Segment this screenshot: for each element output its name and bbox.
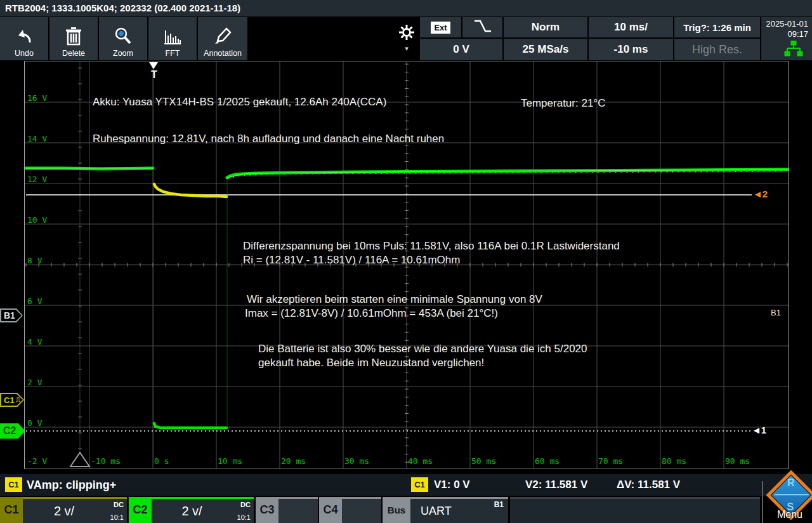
trigger-status-cell[interactable]: Trig?: 1:26 min bbox=[674, 17, 760, 37]
lan-network-icon bbox=[784, 41, 803, 59]
channel4-settings-panel[interactable] bbox=[342, 497, 381, 523]
acquisition-mode-value: High Res. bbox=[692, 43, 742, 56]
trigger-edge-cell[interactable] bbox=[462, 17, 502, 37]
trigger-source-badge: Ext bbox=[431, 22, 450, 34]
trigger-status-value: Trig?: 1:26 min bbox=[683, 22, 751, 33]
y-axis-label: 0 V bbox=[27, 418, 42, 428]
annotation-text: Ruhespannung: 12.81V, nach 8h aufladung … bbox=[93, 133, 444, 145]
falling-edge-icon bbox=[472, 18, 494, 37]
channel2-settings-panel[interactable]: 2 v/ DC 10:1 bbox=[152, 497, 254, 523]
annotation-text: Temperatur: 21°C bbox=[521, 97, 605, 110]
cursor2-marker[interactable]: ◄2 bbox=[753, 189, 768, 199]
header-bar: RTB2004; 1333.1005K04; 202332 (02.400 20… bbox=[0, 0, 812, 17]
measurement-bar: C1 VAmp: clipping+ C1 V1: 0 V V2: 11.581… bbox=[0, 474, 812, 496]
channel3-tab[interactable]: C3 bbox=[256, 497, 278, 523]
bus-settings-panel[interactable]: UART B1 bbox=[410, 497, 508, 523]
datetime-panel[interactable]: 2025-01-01 09:17 bbox=[761, 17, 812, 60]
channel2-scale: 2 v/ bbox=[152, 499, 232, 523]
x-axis-label: 70 ms bbox=[598, 456, 623, 466]
trigger-source-cell[interactable]: Ext bbox=[420, 17, 461, 37]
zoom-label: Zoom bbox=[113, 49, 133, 58]
channel1-coupling: DC bbox=[114, 501, 124, 508]
c2-waveform-marker[interactable]: C2 bbox=[0, 423, 25, 439]
cursor-v1-value: V1: 0 V bbox=[434, 479, 470, 491]
cursor-v2-value: V2: 11.581 V bbox=[525, 479, 587, 491]
annotation-text: Akku: Yuasa YTX14H-BS 1/2025 gekauft, 12… bbox=[93, 96, 386, 109]
bus-tab[interactable]: Bus bbox=[383, 497, 410, 523]
trigger-time-marker-icon[interactable] bbox=[149, 62, 158, 69]
trigger-level-cell[interactable]: 0 V bbox=[420, 39, 502, 60]
waveform-display: T 16 V 14 V 12 V 10 V 8 V 6 V 4 V 2 V 0 … bbox=[24, 61, 789, 469]
annotation-text: gekauft habe. Beide im Neuzustand vergli… bbox=[258, 357, 484, 369]
c1-marker-label: C1⎍ bbox=[1, 394, 23, 406]
annotation-text: Imax = (12.81V-8V) / 10.61mOhm = 453A (b… bbox=[245, 307, 498, 320]
channel2-probe: 10:1 bbox=[237, 513, 251, 521]
undo-button[interactable]: Undo bbox=[0, 17, 48, 60]
x-axis-label: 20 ms bbox=[281, 456, 306, 466]
y-axis-label: -2 V bbox=[27, 456, 47, 466]
annotation-text: Wir akzeptieren beim starten eine minima… bbox=[247, 293, 542, 306]
channel4-tab[interactable]: C4 bbox=[319, 497, 342, 523]
channel1-probe: 10:1 bbox=[110, 513, 124, 521]
timebase-cell[interactable]: 10 ms/ bbox=[589, 17, 673, 37]
b1-marker-label: B1 bbox=[1, 310, 22, 321]
empty-panel bbox=[510, 497, 760, 523]
y-axis-label: 16 V bbox=[27, 93, 47, 103]
horizontal-position-cell[interactable]: -10 ms bbox=[589, 39, 673, 60]
cursor-dv-value: ΔV: 11.581 V bbox=[617, 479, 680, 491]
trigger-level-value: 0 V bbox=[453, 43, 469, 56]
acquisition-mode-cell[interactable]: High Res. bbox=[674, 39, 760, 60]
y-axis-label: 14 V bbox=[27, 134, 47, 143]
oscilloscope-screen: RTB2004; 1333.1005K04; 202332 (02.400 20… bbox=[0, 0, 812, 523]
b1-right-label: B1 bbox=[771, 308, 781, 317]
horizontal-position-value: -10 ms bbox=[614, 43, 648, 56]
cursor1-marker[interactable]: ◄1 bbox=[752, 425, 766, 435]
c1-waveform-marker[interactable]: C1⎍ bbox=[0, 393, 24, 407]
y-axis-label: 12 V bbox=[27, 175, 47, 184]
bus-ref-label: B1 bbox=[494, 500, 504, 509]
undo-label: Undo bbox=[15, 49, 34, 58]
channel1-tab[interactable]: C1 bbox=[0, 497, 23, 523]
trigger-time-marker-label: T bbox=[151, 69, 157, 81]
time-value: 09:17 bbox=[787, 29, 808, 39]
fft-label: FFT bbox=[166, 49, 180, 58]
trigger-mode-cell[interactable]: Norm bbox=[504, 17, 587, 37]
date-value: 2025-01-01 bbox=[766, 19, 809, 29]
y-axis-label: 2 V bbox=[27, 378, 42, 387]
y-axis-label: 4 V bbox=[27, 337, 42, 347]
timebase-value: 10 ms/ bbox=[614, 21, 648, 34]
x-axis-label: 60 ms bbox=[535, 456, 560, 466]
x-axis-label: 90 ms bbox=[725, 456, 750, 466]
fft-button[interactable]: FFT bbox=[148, 17, 197, 60]
channel2-coupling: DC bbox=[240, 501, 251, 508]
x-axis-label: 50 ms bbox=[471, 456, 496, 466]
pencil-icon bbox=[213, 23, 232, 49]
channel2-tab[interactable]: C2 bbox=[129, 497, 152, 523]
annotation-button[interactable]: Annotation bbox=[198, 17, 247, 60]
c1-cursor-badge: C1 bbox=[411, 477, 428, 492]
gear-icon bbox=[398, 32, 415, 43]
b1-waveform-marker[interactable]: B1 bbox=[0, 308, 23, 322]
logo-slash bbox=[775, 494, 809, 495]
x-axis-label: 40 ms bbox=[408, 456, 433, 466]
x-axis-label: 10 ms bbox=[218, 456, 242, 466]
x-axis-label: 80 ms bbox=[662, 456, 686, 466]
settings-gear-button[interactable]: ▾ bbox=[395, 24, 419, 60]
sample-rate-cell[interactable]: 25 MSa/s bbox=[504, 39, 587, 60]
channel-bar: C1 2 v/ DC 10:1 C2 2 v/ DC 10:1 C3 C4 Bu… bbox=[0, 497, 812, 523]
bus-protocol: UART bbox=[421, 499, 452, 523]
delete-button[interactable]: Delete bbox=[49, 17, 98, 60]
undo-icon bbox=[15, 23, 34, 49]
c2-marker-label: C2 bbox=[3, 425, 16, 437]
x-axis-label: 30 ms bbox=[344, 456, 369, 466]
spectrum-icon bbox=[163, 23, 182, 49]
y-axis-label: 10 V bbox=[27, 215, 47, 225]
y-axis-label: 6 V bbox=[27, 296, 42, 306]
channel3-settings-panel[interactable] bbox=[278, 497, 318, 523]
y-axis-label: 8 V bbox=[27, 256, 42, 265]
menu-button[interactable]: Menu bbox=[764, 509, 812, 520]
zoom-button[interactable]: Zoom bbox=[99, 17, 147, 60]
channel1-settings-panel[interactable]: 2 v/ DC 10:1 bbox=[23, 497, 127, 523]
annotation-label: Annotation bbox=[204, 49, 242, 58]
c1-source-badge: C1 bbox=[5, 477, 22, 492]
